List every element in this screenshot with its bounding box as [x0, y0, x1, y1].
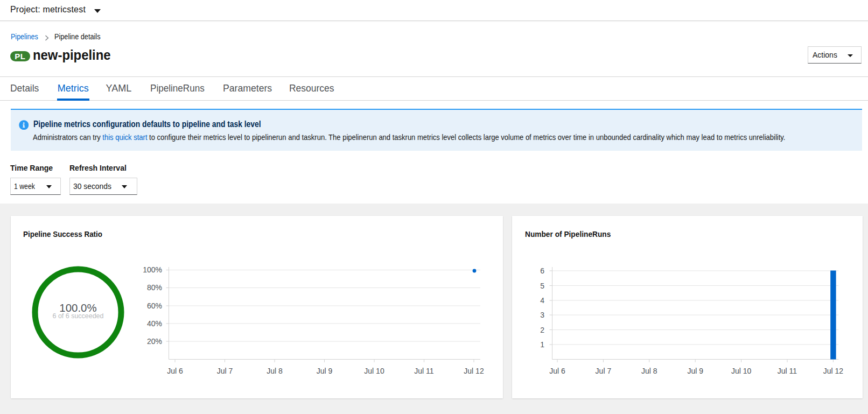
svg-text:Jul 6: Jul 6 — [549, 367, 565, 375]
svg-text:Jul 8: Jul 8 — [641, 367, 657, 375]
svg-text:40%: 40% — [147, 319, 162, 328]
svg-text:Jul 11: Jul 11 — [414, 367, 434, 375]
svg-text:60%: 60% — [147, 301, 162, 310]
svg-text:Jul 10: Jul 10 — [364, 367, 384, 375]
svg-text:Jul 7: Jul 7 — [596, 367, 612, 375]
svg-text:Jul 10: Jul 10 — [731, 367, 752, 375]
svg-text:80%: 80% — [147, 283, 162, 292]
svg-text:Jul 11: Jul 11 — [778, 367, 797, 375]
svg-text:Jul 12: Jul 12 — [823, 367, 844, 375]
svg-text:20%: 20% — [147, 337, 162, 346]
svg-text:Jul 7: Jul 7 — [217, 367, 233, 375]
svg-text:Jul 8: Jul 8 — [267, 367, 283, 375]
svg-text:2: 2 — [540, 326, 544, 334]
svg-text:5: 5 — [540, 282, 544, 290]
svg-text:1: 1 — [540, 340, 544, 349]
svg-text:6: 6 — [540, 266, 544, 275]
svg-text:Jul 12: Jul 12 — [464, 367, 484, 375]
svg-text:4: 4 — [540, 296, 544, 305]
svg-text:3: 3 — [540, 311, 544, 319]
svg-text:Jul 6: Jul 6 — [167, 367, 183, 375]
svg-text:Jul 9: Jul 9 — [687, 367, 703, 375]
svg-text:100%: 100% — [143, 265, 162, 274]
svg-text:Jul 9: Jul 9 — [317, 367, 333, 375]
svg-text:6 of 6 succeeded: 6 of 6 succeeded — [53, 312, 104, 320]
